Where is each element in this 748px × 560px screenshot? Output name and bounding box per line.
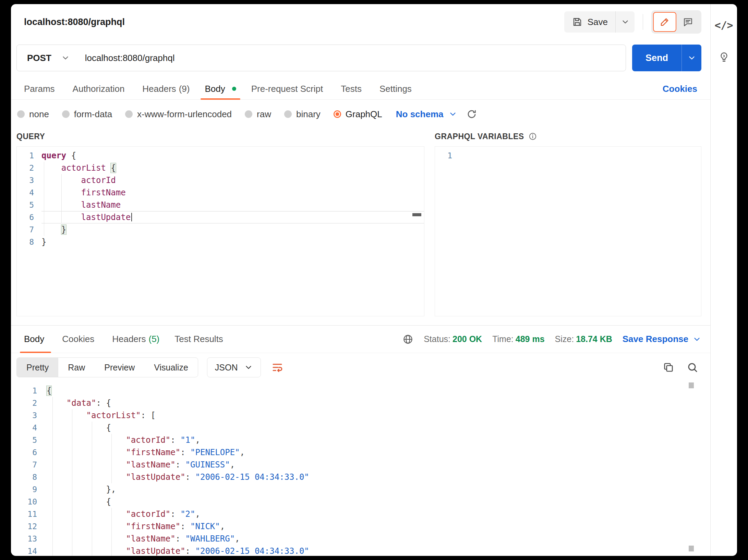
scrollbar-thumb[interactable]	[689, 546, 694, 551]
body-type-radio[interactable]: binary	[284, 109, 321, 120]
request-tab[interactable]: Pre-request Script	[244, 78, 334, 99]
indent-guide	[52, 397, 53, 556]
code-line: 3 "actorList": [	[16, 409, 710, 422]
code-line: 4 {	[16, 422, 710, 434]
search-button[interactable]	[685, 360, 700, 375]
view-mode-button[interactable]: Raw	[58, 358, 95, 377]
code-line: 6 "firstName": "PENELOPE",	[16, 446, 710, 459]
edit-comment-group	[651, 10, 701, 34]
variables-editor[interactable]: 1	[435, 146, 701, 316]
line-number: 11	[16, 508, 47, 520]
view-mode-button[interactable]: Pretty	[17, 358, 58, 377]
radio-label: binary	[296, 109, 321, 120]
method-select[interactable]: POST	[17, 45, 79, 71]
copy-button[interactable]	[661, 360, 676, 375]
send-options-button[interactable]	[681, 45, 701, 71]
code-text: "lastUpdate": "2006-02-15 04:34:33.0"	[47, 545, 710, 556]
query-editor[interactable]: 1 query { 2 actorList { 3	[16, 146, 424, 316]
code-line: 2 "data": {	[16, 397, 710, 409]
code-text: "actorList": [	[47, 409, 710, 422]
cookies-link[interactable]: Cookies	[660, 84, 700, 94]
body-type-radio[interactable]: raw	[245, 109, 271, 120]
refresh-schema-button[interactable]	[466, 109, 477, 120]
save-label: Save	[588, 17, 608, 27]
code-line: 8 "lastUpdate": "2006-02-15 04:34:33.0"	[16, 471, 710, 483]
code-text: "lastUpdate": "2006-02-15 04:34:33.0"	[47, 471, 710, 483]
request-tab[interactable]: Settings	[372, 78, 422, 99]
line-number: 7	[17, 223, 41, 236]
code-text: }	[41, 223, 424, 236]
body-set-dot	[232, 87, 236, 91]
response-tab[interactable]: Cookies	[55, 326, 105, 353]
tab-label: Authorization	[73, 84, 125, 94]
response-tab[interactable]: Body	[16, 326, 55, 353]
save-button[interactable]: Save	[564, 11, 615, 33]
code-line: 1 query {	[17, 149, 424, 162]
header-actions: Save	[564, 10, 701, 34]
response-tab[interactable]: Test Results	[167, 326, 233, 353]
request-tab[interactable]: Headers(9)	[135, 78, 197, 99]
view-mode-button[interactable]: Preview	[95, 358, 144, 377]
query-code: 1 query { 2 actorList { 3	[17, 147, 424, 248]
request-tab[interactable]: Authorization	[65, 78, 135, 99]
scrollbar-thumb[interactable]	[689, 382, 694, 388]
graphql-editors: QUERY 1 query { 2	[11, 124, 710, 316]
radio-label: raw	[257, 109, 271, 120]
edit-request-button[interactable]	[653, 12, 676, 32]
response-tab[interactable]: Headers(5)	[105, 326, 167, 353]
code-text: "actorId": "2",	[47, 508, 710, 520]
request-header: localhost:8080/graphql Save	[11, 4, 710, 40]
code-text: firstName	[41, 186, 424, 199]
radio-label: x-www-form-urlencoded	[137, 109, 232, 120]
code-line: 11 "actorId": "2",	[16, 508, 710, 520]
line-number: 2	[17, 162, 41, 174]
wrap-lines-button[interactable]	[270, 360, 285, 375]
network-globe-icon	[402, 334, 413, 345]
hints-button[interactable]	[718, 51, 730, 63]
code-text: lastName	[41, 199, 424, 211]
status-badge: Status:200 OK	[424, 334, 482, 344]
schema-select[interactable]: No schema	[396, 109, 457, 120]
line-number: 8	[17, 236, 41, 248]
body-type-radio[interactable]: x-www-form-urlencoded	[125, 109, 232, 120]
url-input[interactable]	[79, 45, 626, 71]
url-bar: POST	[16, 45, 626, 71]
code-text: {	[47, 385, 710, 397]
indent-guide	[92, 422, 92, 556]
response-body[interactable]: 1 { 2 "data": { 3 "actorList": [	[11, 382, 710, 556]
save-response-button[interactable]: Save Response	[623, 334, 701, 344]
code-line: 14 "lastUpdate": "2006-02-15 04:34:33.0"	[16, 545, 710, 556]
code-snippet-button[interactable]: </>	[714, 19, 733, 31]
send-button[interactable]: Send	[632, 45, 681, 71]
format-select[interactable]: JSON	[207, 357, 261, 377]
code-line: 9 },	[16, 483, 710, 496]
request-tab[interactable]: Tests	[333, 78, 372, 99]
radio-icon	[17, 110, 25, 118]
code-line: 10 {	[16, 496, 710, 508]
schema-label: No schema	[396, 109, 444, 120]
line-number: 1	[435, 149, 460, 162]
body-type-radio[interactable]: form-data	[62, 109, 112, 120]
body-type-radio[interactable]: none	[17, 109, 49, 120]
size-badge: Size:18.74 KB	[555, 334, 612, 344]
search-icon	[686, 361, 699, 374]
response-tabs-list: Body Cookies Headers(5) Test Results	[16, 326, 233, 353]
save-icon	[572, 16, 583, 27]
tab-label: Headers	[112, 334, 146, 344]
code-line: 7 "lastName": "GUINESS",	[16, 459, 710, 471]
view-mode-button[interactable]: Visualize	[144, 358, 198, 377]
request-tab[interactable]: Body	[197, 78, 243, 99]
desktop: { "window": { "title": "localhost:8080/g…	[0, 0, 748, 560]
method-label: POST	[27, 53, 51, 63]
code-text: "data": {	[47, 397, 710, 409]
code-line: 2 actorList {	[17, 162, 424, 174]
info-icon	[528, 132, 537, 141]
save-options-button[interactable]	[615, 11, 635, 33]
line-number: 13	[16, 533, 47, 545]
tab-label: Params	[24, 84, 55, 94]
body-type-radio[interactable]: GraphQL	[334, 109, 382, 120]
request-tab[interactable]: Params	[16, 78, 65, 99]
code-line: 1	[435, 149, 701, 162]
line-number: 6	[16, 446, 47, 459]
comments-button[interactable]	[676, 12, 700, 32]
